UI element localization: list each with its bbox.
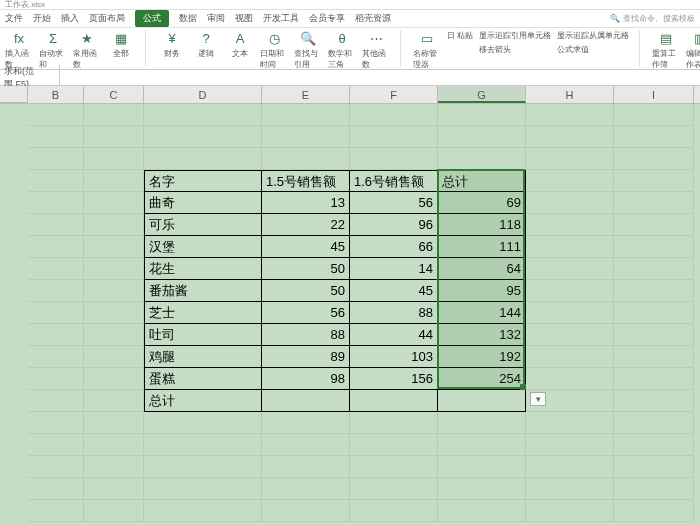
cell[interactable] bbox=[350, 104, 438, 126]
cell[interactable] bbox=[144, 434, 262, 456]
edit-sheet-button[interactable]: ▥编辑工作表 bbox=[686, 30, 700, 70]
cell[interactable]: 132 bbox=[438, 324, 526, 346]
select-all-corner[interactable] bbox=[0, 86, 28, 103]
autofill-options-button[interactable]: ▾ bbox=[530, 392, 546, 406]
menu-member[interactable]: 会员专享 bbox=[309, 12, 345, 25]
cell[interactable] bbox=[438, 434, 526, 456]
cell[interactable]: 14 bbox=[350, 258, 438, 280]
cell[interactable] bbox=[84, 500, 144, 522]
cell[interactable] bbox=[614, 390, 694, 412]
cell[interactable] bbox=[526, 500, 614, 522]
cell[interactable] bbox=[262, 456, 350, 478]
cell[interactable] bbox=[144, 126, 262, 148]
cell[interactable] bbox=[614, 214, 694, 236]
cell[interactable] bbox=[350, 434, 438, 456]
search-box[interactable]: 🔍 查找命令、搜索模板 bbox=[610, 13, 695, 24]
cell[interactable] bbox=[144, 500, 262, 522]
cell[interactable]: 吐司 bbox=[144, 324, 262, 346]
cell[interactable] bbox=[144, 412, 262, 434]
cell[interactable] bbox=[350, 126, 438, 148]
cell[interactable]: 50 bbox=[262, 258, 350, 280]
cell[interactable] bbox=[28, 104, 84, 126]
cell[interactable]: 1.5号销售额 bbox=[262, 170, 350, 192]
cell[interactable]: 64 bbox=[438, 258, 526, 280]
cell[interactable] bbox=[526, 214, 614, 236]
cell[interactable] bbox=[350, 390, 438, 412]
cell[interactable] bbox=[28, 214, 84, 236]
cell[interactable] bbox=[350, 412, 438, 434]
cell[interactable]: 111 bbox=[438, 236, 526, 258]
cell[interactable] bbox=[28, 258, 84, 280]
cell[interactable] bbox=[526, 192, 614, 214]
col-header-h[interactable]: H bbox=[526, 86, 614, 103]
cell[interactable] bbox=[84, 302, 144, 324]
cell[interactable] bbox=[144, 104, 262, 126]
cell[interactable]: 96 bbox=[350, 214, 438, 236]
cell[interactable] bbox=[84, 192, 144, 214]
cell[interactable] bbox=[84, 456, 144, 478]
cell[interactable] bbox=[262, 104, 350, 126]
cell[interactable] bbox=[526, 302, 614, 324]
cell[interactable] bbox=[84, 412, 144, 434]
cell[interactable] bbox=[84, 258, 144, 280]
cell[interactable]: 89 bbox=[262, 346, 350, 368]
cell[interactable] bbox=[526, 148, 614, 170]
menu-layout[interactable]: 页面布局 bbox=[89, 12, 125, 25]
cell[interactable] bbox=[614, 104, 694, 126]
cell[interactable] bbox=[438, 500, 526, 522]
cell[interactable] bbox=[526, 324, 614, 346]
cell[interactable]: 95 bbox=[438, 280, 526, 302]
col-header-f[interactable]: F bbox=[350, 86, 438, 103]
cell[interactable]: 254 bbox=[438, 368, 526, 390]
cell[interactable]: 56 bbox=[350, 192, 438, 214]
cell[interactable] bbox=[526, 368, 614, 390]
cell[interactable] bbox=[28, 148, 84, 170]
cell[interactable] bbox=[28, 456, 84, 478]
cell[interactable] bbox=[84, 324, 144, 346]
cell[interactable]: 13 bbox=[262, 192, 350, 214]
cell[interactable] bbox=[614, 148, 694, 170]
cell[interactable] bbox=[84, 236, 144, 258]
cell[interactable] bbox=[84, 434, 144, 456]
cell[interactable]: 名字 bbox=[144, 170, 262, 192]
all-fn-button[interactable]: ▦全部 bbox=[107, 30, 135, 59]
cell[interactable] bbox=[350, 478, 438, 500]
cell[interactable] bbox=[28, 170, 84, 192]
cell[interactable] bbox=[84, 170, 144, 192]
cell[interactable] bbox=[614, 478, 694, 500]
cell[interactable]: 144 bbox=[438, 302, 526, 324]
cell[interactable]: 芝士 bbox=[144, 302, 262, 324]
cell[interactable] bbox=[28, 368, 84, 390]
cell[interactable]: 66 bbox=[350, 236, 438, 258]
col-header-d[interactable]: D bbox=[144, 86, 262, 103]
cell[interactable] bbox=[350, 148, 438, 170]
menu-data[interactable]: 数据 bbox=[179, 12, 197, 25]
cell[interactable] bbox=[262, 500, 350, 522]
cell[interactable] bbox=[28, 236, 84, 258]
cell[interactable] bbox=[526, 126, 614, 148]
cell[interactable]: 118 bbox=[438, 214, 526, 236]
cell[interactable] bbox=[526, 236, 614, 258]
cell[interactable]: 1.6号销售额 bbox=[350, 170, 438, 192]
cell[interactable] bbox=[84, 148, 144, 170]
show-formulas-button[interactable]: 显示追踪从属单元格 bbox=[557, 30, 629, 41]
cell[interactable] bbox=[28, 346, 84, 368]
menu-resource[interactable]: 稻壳资源 bbox=[355, 12, 391, 25]
menu-insert[interactable]: 插入 bbox=[61, 12, 79, 25]
finance-button[interactable]: ¥财务 bbox=[158, 30, 186, 59]
math-button[interactable]: θ数学和三角 bbox=[328, 30, 356, 70]
cell[interactable]: 50 bbox=[262, 280, 350, 302]
cell[interactable] bbox=[614, 192, 694, 214]
col-header-i[interactable]: I bbox=[614, 86, 694, 103]
cell[interactable]: 45 bbox=[262, 236, 350, 258]
cell[interactable]: 156 bbox=[350, 368, 438, 390]
cell[interactable] bbox=[262, 390, 350, 412]
cell[interactable] bbox=[614, 346, 694, 368]
cell[interactable] bbox=[526, 170, 614, 192]
cell[interactable] bbox=[262, 412, 350, 434]
grid[interactable]: 名字1.5号销售额1.6号销售额总计曲奇135669可乐2296118汉堡456… bbox=[28, 104, 700, 525]
cell[interactable] bbox=[144, 456, 262, 478]
cell[interactable] bbox=[28, 126, 84, 148]
cell[interactable] bbox=[614, 368, 694, 390]
cell[interactable] bbox=[84, 104, 144, 126]
